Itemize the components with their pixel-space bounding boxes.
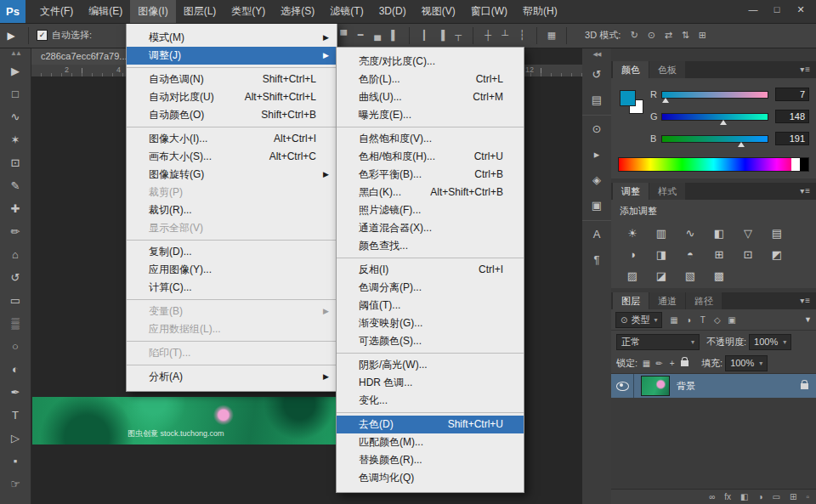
menu-help[interactable]: 帮助(H) — [515, 0, 565, 23]
healing-brush-tool[interactable]: ✚ — [0, 197, 31, 220]
quick-select-tool[interactable]: ✶ — [0, 128, 31, 151]
menu-item-replace-color[interactable]: 替换颜色(R)... — [337, 451, 524, 469]
3d-rotate-icon[interactable]: ↻ — [626, 30, 643, 41]
filter-smart-object-icon[interactable]: ▣ — [724, 315, 739, 325]
lock-transparency-icon[interactable]: ▦ — [640, 359, 653, 368]
align-hcenter-icon[interactable]: ┃ — [416, 30, 433, 41]
menu-item-hdr-toning[interactable]: HDR 色调... — [337, 374, 524, 392]
ramp-white-swatch[interactable] — [791, 158, 800, 171]
auto-select-checkbox[interactable]: ✓ — [37, 30, 48, 41]
menu-item-black-white[interactable]: 黑白(K)...Alt+Shift+Ctrl+B — [337, 184, 524, 201]
menu-item-auto-color[interactable]: 自动颜色(O)Shift+Ctrl+B — [127, 106, 337, 124]
tab-styles[interactable]: 样式 — [649, 183, 685, 200]
menu-item-desaturate[interactable]: 去色(D)Shift+Ctrl+U — [337, 416, 524, 433]
tab-channels[interactable]: 通道 — [649, 292, 685, 309]
menu-item-trim[interactable]: 裁切(R)... — [127, 201, 337, 219]
move-tool[interactable]: ▶ — [0, 59, 31, 82]
align-vcenter-icon[interactable]: ━ — [352, 30, 369, 41]
adj-levels-icon[interactable]: ▥ — [647, 223, 676, 244]
blend-mode-dropdown[interactable]: 正常 ▾ — [616, 334, 700, 350]
3d-drag-icon[interactable]: ⇄ — [660, 30, 677, 41]
menu-file[interactable]: 文件(F) — [32, 0, 81, 23]
lock-position-icon[interactable]: + — [666, 359, 678, 368]
filter-type-icon[interactable]: T — [695, 315, 710, 325]
menu-item-canvas-size[interactable]: 画布大小(S)...Alt+Ctrl+C — [127, 148, 337, 166]
menu-window[interactable]: 窗口(W) — [463, 0, 515, 23]
add-mask-icon[interactable]: ◧ — [740, 492, 748, 501]
adj-exposure-icon[interactable]: ◧ — [705, 223, 734, 244]
layer-thumbnail[interactable] — [641, 376, 670, 396]
3d-roll-icon[interactable]: ⊙ — [643, 30, 660, 41]
menu-item-duplicate[interactable]: 复制(D)... — [127, 243, 337, 261]
layer-visibility-toggle[interactable] — [611, 374, 634, 398]
color-spectrum-ramp[interactable] — [618, 157, 809, 172]
menu-item-mode[interactable]: 模式(M)▶ — [127, 29, 337, 47]
menu-item-image-size[interactable]: 图像大小(I)...Alt+Ctrl+I — [127, 130, 337, 148]
adj-hue-saturation-icon[interactable]: ▤ — [762, 223, 791, 244]
menu-item-analysis[interactable]: 分析(A)▶ — [127, 368, 337, 386]
marquee-tool[interactable]: □ — [0, 82, 31, 105]
blue-channel-value[interactable]: 191 — [775, 132, 809, 145]
styles-panel-icon[interactable]: ◈ — [582, 167, 611, 192]
layer-row-background[interactable]: 背景 — [611, 374, 816, 398]
fill-dropdown[interactable]: 100% ▾ — [725, 355, 768, 371]
menu-item-threshold[interactable]: 阈值(T)... — [337, 297, 524, 314]
dodge-tool[interactable]: ◐ — [0, 358, 31, 381]
restore-button[interactable]: □ — [765, 0, 789, 19]
new-layer-icon[interactable]: ⊞ — [790, 492, 796, 501]
menu-item-exposure[interactable]: 曝光度(E)... — [337, 106, 524, 124]
red-channel-slider[interactable] — [661, 91, 768, 99]
menu-item-adjustments[interactable]: 调整(J)▶ — [127, 47, 337, 65]
align-right-icon[interactable]: ▐ — [433, 30, 450, 41]
menu-item-equalize[interactable]: 色调均化(Q) — [337, 469, 524, 487]
menu-item-hue-saturation[interactable]: 色相/饱和度(H)...Ctrl+U — [337, 148, 524, 166]
menu-view[interactable]: 视图(V) — [414, 0, 463, 23]
menu-item-posterize[interactable]: 色调分离(P)... — [337, 279, 524, 297]
menu-item-image-rotation[interactable]: 图像旋转(G)▶ — [127, 166, 337, 184]
color-swatches[interactable] — [620, 90, 643, 114]
menu-item-selective-color[interactable]: 可选颜色(S)... — [337, 332, 524, 350]
menu-filter[interactable]: 滤镜(T) — [322, 0, 371, 23]
menu-item-color-lookup[interactable]: 颜色查找... — [337, 237, 524, 255]
type-tool[interactable]: T — [0, 404, 31, 427]
adj-channel-mixer-icon[interactable]: ⊞ — [705, 244, 734, 265]
red-channel-value[interactable]: 7 — [775, 88, 809, 101]
menu-item-gradient-map[interactable]: 渐变映射(G)... — [337, 314, 524, 332]
character-panel-icon[interactable]: A — [582, 220, 611, 246]
filter-shape-icon[interactable]: ◇ — [710, 315, 724, 325]
adj-selective-color-icon[interactable]: ▩ — [705, 265, 734, 286]
layer-style-icon[interactable]: fx — [724, 492, 731, 501]
gradient-tool[interactable]: ▒ — [0, 312, 31, 335]
foreground-color-swatch[interactable] — [620, 90, 636, 106]
opacity-dropdown[interactable]: 100% ▾ — [749, 334, 791, 350]
adj-curves-icon[interactable]: ∿ — [676, 223, 705, 244]
distribute-top-icon[interactable]: ┬ — [450, 30, 467, 41]
blue-channel-slider[interactable] — [661, 135, 768, 143]
distribute-center-icon[interactable]: ┼ — [479, 30, 496, 41]
clone-source-panel-icon[interactable]: ▣ — [582, 192, 611, 218]
panel-menu-icon[interactable]: ▾≡ — [800, 186, 811, 195]
adj-photo-filter-icon[interactable]: ◓ — [676, 244, 705, 265]
menu-3d[interactable]: 3D(D) — [371, 0, 414, 23]
lock-all-icon[interactable] — [678, 359, 691, 368]
lasso-tool[interactable]: ∿ — [0, 105, 31, 128]
menu-edit[interactable]: 编辑(E) — [81, 0, 130, 23]
adj-vibrance-icon[interactable]: ▽ — [734, 223, 762, 244]
green-channel-value[interactable]: 148 — [775, 110, 809, 123]
menu-item-auto-tone[interactable]: 自动色调(N)Shift+Ctrl+L — [127, 71, 337, 88]
tab-adjustments[interactable]: 调整 — [613, 183, 649, 200]
info-panel-icon[interactable]: ⊙ — [582, 115, 611, 141]
adj-color-lookup-icon[interactable]: ⊡ — [734, 244, 762, 265]
menu-item-shadows-highlights[interactable]: 阴影/高光(W)... — [337, 356, 524, 374]
tab-paths[interactable]: 路径 — [686, 292, 722, 309]
menu-image[interactable]: 图像(I) — [130, 0, 175, 23]
lock-pixels-icon[interactable]: ✏ — [653, 359, 666, 368]
menu-item-invert[interactable]: 反相(I)Ctrl+I — [337, 261, 524, 279]
eraser-tool[interactable]: ▭ — [0, 289, 31, 312]
menu-item-apply-image[interactable]: 应用图像(Y)... — [127, 261, 337, 279]
panel-menu-icon[interactable]: ▾≡ — [800, 65, 811, 74]
filter-type-dropdown[interactable]: ⊙ 类型 ▾ — [615, 312, 662, 328]
menu-item-variations[interactable]: 变化... — [337, 392, 524, 410]
red-channel-slider-thumb[interactable] — [662, 98, 669, 103]
panel-menu-icon[interactable]: ▾≡ — [800, 296, 811, 305]
